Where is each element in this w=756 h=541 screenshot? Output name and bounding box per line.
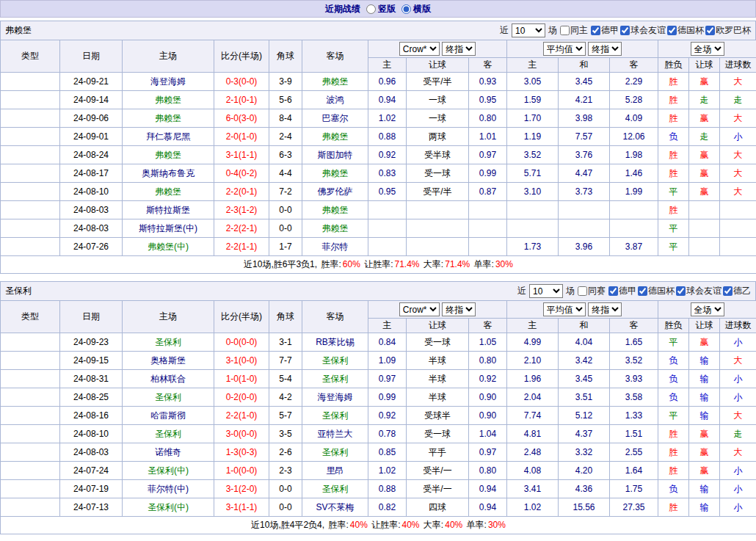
league-filter-checkbox[interactable]: [676, 286, 686, 296]
away-team-link[interactable]: 圣保利: [302, 480, 368, 498]
euro-home-odds: 7.74: [507, 407, 559, 425]
league-filter-checkbox[interactable]: [591, 26, 600, 35]
league-filter[interactable]: 欧罗巴杯: [705, 24, 751, 37]
home-team-link[interactable]: 圣保利(中): [123, 462, 214, 480]
league-filter-checkbox[interactable]: [723, 286, 733, 296]
home-team-link[interactable]: 斯特拉斯堡: [123, 201, 214, 219]
away-team-link[interactable]: 里昂: [302, 462, 368, 480]
score-cell[interactable]: 2-2(0-1): [214, 183, 269, 201]
score-cell[interactable]: 1-0(1-0): [214, 370, 269, 388]
home-team-link[interactable]: 哈雷斯彻: [123, 407, 214, 425]
home-team-link[interactable]: 圣保利: [123, 425, 214, 443]
score-cell[interactable]: 2-3(1-2): [214, 201, 269, 219]
layout-radio-vertical[interactable]: [366, 4, 376, 14]
home-team-link[interactable]: 拜仁慕尼黑: [123, 128, 214, 146]
away-team-link[interactable]: SV不莱梅: [302, 498, 368, 517]
home-team-link[interactable]: 圣保利: [123, 333, 214, 352]
asia-source-select[interactable]: Crow*: [399, 302, 440, 316]
asia-stage-select[interactable]: 终指: [442, 302, 476, 316]
home-team-link[interactable]: 弗赖堡: [123, 146, 214, 164]
away-team-link[interactable]: 圣保利: [302, 370, 368, 388]
score-cell[interactable]: 2-2(1-0): [214, 407, 269, 425]
score-cell[interactable]: 2-1(0-1): [214, 91, 269, 109]
score-cell[interactable]: 0-0(0-0): [214, 333, 269, 352]
score-cell[interactable]: 2-0(1-0): [214, 128, 269, 146]
away-team-link[interactable]: RB莱比锡: [302, 333, 368, 352]
score-cell[interactable]: 2-2(2-1): [214, 219, 269, 238]
euro-stage-select[interactable]: 终指: [588, 42, 622, 56]
scope-select[interactable]: 全场: [691, 302, 724, 316]
away-team-link[interactable]: 弗赖堡: [302, 219, 368, 238]
score-cell[interactable]: 0-3(0-0): [214, 73, 269, 91]
score-cell[interactable]: 1-3(0-3): [214, 443, 269, 462]
euro-source-select[interactable]: 平均值: [543, 302, 586, 316]
euro-stage-select[interactable]: 终指: [588, 302, 622, 316]
score-cell[interactable]: 3-0(0-0): [214, 425, 269, 443]
away-team-link[interactable]: 亚特兰大: [302, 425, 368, 443]
away-team-link[interactable]: 斯图加特: [302, 146, 368, 164]
away-team-link[interactable]: 巴塞尔: [302, 109, 368, 128]
home-team-link[interactable]: 菲尔特(中): [123, 480, 214, 498]
match-row: 德国杯 24-08-16 哈雷斯彻 2-2(1-0) 5-7 圣保利 0.92 …: [1, 407, 756, 425]
league-filter-checkbox[interactable]: [705, 26, 715, 35]
league-filter-checkbox[interactable]: [620, 26, 630, 35]
score-cell[interactable]: 3-1(2-0): [214, 480, 269, 498]
away-team-link[interactable]: 弗赖堡: [302, 73, 368, 91]
league-filter[interactable]: 德国杯: [667, 24, 704, 37]
home-team-link[interactable]: 弗赖堡(中): [123, 238, 214, 256]
home-team-link[interactable]: 弗赖堡: [123, 109, 214, 128]
home-team-link[interactable]: 圣保利(中): [123, 498, 214, 517]
away-team-link[interactable]: 佛罗伦萨: [302, 183, 368, 201]
asia-stage-select[interactable]: 终指: [442, 42, 476, 56]
same-filter[interactable]: 同赛: [578, 285, 606, 297]
home-team-link[interactable]: 弗赖堡: [123, 91, 214, 109]
away-team-link[interactable]: 菲尔特: [302, 238, 368, 256]
home-team-link[interactable]: 海登海姆: [123, 73, 214, 91]
away-team-link[interactable]: 弗赖堡: [302, 201, 368, 219]
score-cell[interactable]: 0-2(0-0): [214, 388, 269, 407]
same-filter-checkbox[interactable]: [560, 26, 570, 35]
league-filter[interactable]: 球会友谊: [676, 285, 722, 297]
score-cell[interactable]: 1-0(0-0): [214, 462, 269, 480]
result-handicap-cell: 赢: [689, 183, 720, 201]
home-team-link[interactable]: 柏林联合: [123, 370, 214, 388]
away-team-link[interactable]: 弗赖堡: [302, 164, 368, 183]
home-team-link[interactable]: 弗赖堡: [123, 183, 214, 201]
score-cell[interactable]: 6-0(3-0): [214, 109, 269, 128]
league-filter[interactable]: 德甲: [608, 285, 636, 297]
period-count-select[interactable]: 10: [529, 284, 563, 298]
score-cell[interactable]: 2-2(1-1): [214, 238, 269, 256]
home-team-link[interactable]: 奥斯纳布鲁克: [123, 164, 214, 183]
asia-source-select[interactable]: Crow*: [399, 42, 440, 56]
away-team-link[interactable]: 海登海姆: [302, 388, 368, 407]
same-filter[interactable]: 同主: [560, 24, 588, 37]
home-team-link[interactable]: 奥格斯堡: [123, 352, 214, 370]
league-filter-checkbox[interactable]: [638, 286, 647, 296]
away-team-link[interactable]: 圣保利: [302, 352, 368, 370]
period-count-select[interactable]: 10: [512, 23, 545, 37]
league-filter[interactable]: 德国杯: [638, 285, 675, 297]
away-team-link[interactable]: 圣保利: [302, 443, 368, 462]
league-filter[interactable]: 德甲: [591, 24, 619, 37]
league-filter[interactable]: 球会友谊: [620, 24, 666, 37]
score-cell[interactable]: 3-1(0-0): [214, 352, 269, 370]
col-header-home: 主场: [123, 40, 214, 73]
away-team-link[interactable]: 圣保利: [302, 407, 368, 425]
home-team-link[interactable]: 斯特拉斯堡(中): [123, 219, 214, 238]
score-cell[interactable]: 0-4(0-2): [214, 164, 269, 183]
score-cell[interactable]: 3-1(1-1): [214, 498, 269, 517]
away-team-link[interactable]: 弗赖堡: [302, 128, 368, 146]
layout-radio-horizontal[interactable]: [401, 4, 411, 14]
same-filter-checkbox[interactable]: [578, 286, 587, 296]
score-cell[interactable]: 3-1(1-1): [214, 146, 269, 164]
league-filter-checkbox[interactable]: [667, 26, 677, 35]
away-team-link[interactable]: 波鸿: [302, 91, 368, 109]
scope-select[interactable]: 全场: [691, 42, 724, 56]
euro-source-select[interactable]: 平均值: [543, 42, 586, 56]
home-team-link[interactable]: 诺维奇: [123, 443, 214, 462]
league-filter-checkbox[interactable]: [608, 286, 618, 296]
league-filter[interactable]: 德乙: [723, 285, 751, 297]
layout-option-horizontal[interactable]: 横版: [401, 3, 431, 15]
home-team-link[interactable]: 圣保利: [123, 388, 214, 407]
layout-option-vertical[interactable]: 竖版: [366, 3, 396, 15]
